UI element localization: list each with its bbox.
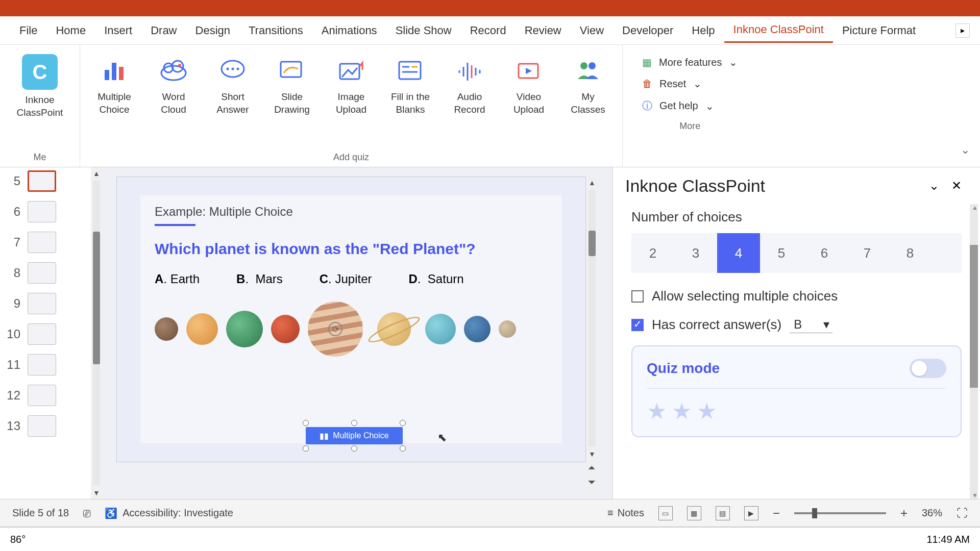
quiz-mode-toggle[interactable] xyxy=(910,359,946,378)
ribbon-collapse-icon[interactable]: ⌄ xyxy=(961,143,970,157)
display-settings-icon[interactable]: ⎚ xyxy=(83,506,90,520)
ribbon-short-answer[interactable]: Short Answer xyxy=(208,50,258,150)
panel-scrollbar[interactable]: ▲ ▼ xyxy=(970,204,978,499)
tab-picture-format[interactable]: Picture Format xyxy=(833,19,925,42)
normal-view-icon[interactable]: ▭ xyxy=(658,506,673,520)
panel-collapse-icon[interactable]: ⌄ xyxy=(923,176,945,196)
slide-scrollbar[interactable]: ▲ ▼ ⏶ ⏷ xyxy=(586,177,598,490)
bar-chart-icon: ▮▮ xyxy=(320,431,329,441)
get-help-button[interactable]: ⓘ Get help ⌄ xyxy=(642,99,738,113)
scroll-thumb[interactable] xyxy=(93,232,100,364)
fit-to-window-icon[interactable]: ⛶ xyxy=(957,507,968,520)
tab-record[interactable]: Record xyxy=(461,19,516,42)
tab-design[interactable]: Design xyxy=(186,19,239,42)
accessibility-button[interactable]: ♿ Accessibility: Investigate xyxy=(105,507,233,519)
thumbnail-13[interactable]: 13 xyxy=(5,415,86,437)
ribbon-my-classes[interactable]: My Classes xyxy=(563,50,613,150)
more-features-button[interactable]: ▦ More features ⌄ xyxy=(642,56,738,68)
selected-object[interactable]: ▮▮ Multiple Choice xyxy=(306,423,403,448)
choice-5[interactable]: 5 xyxy=(760,233,803,273)
scroll-up-icon[interactable]: ▲ xyxy=(972,204,978,211)
scroll-thumb[interactable] xyxy=(589,231,596,256)
zoom-slider-thumb[interactable] xyxy=(812,508,817,518)
star-icon[interactable]: ★ xyxy=(697,398,717,424)
ribbon-audio-record[interactable]: Audio Record xyxy=(445,50,495,150)
notes-button[interactable]: ≡ Notes xyxy=(607,507,644,519)
tab-animations[interactable]: Animations xyxy=(312,19,386,42)
num-choices-selector: 2 3 4 5 6 7 8 xyxy=(631,233,962,273)
thumbnail-12[interactable]: 12 xyxy=(5,385,86,406)
rotate-handle[interactable]: ⟳ xyxy=(328,322,342,336)
resize-handle[interactable] xyxy=(400,420,406,426)
ribbon-multiple-choice[interactable]: Multiple Choice xyxy=(89,50,139,150)
zoom-in-button[interactable]: + xyxy=(900,506,908,520)
tab-home[interactable]: Home xyxy=(46,19,95,42)
checkbox-checked-icon[interactable] xyxy=(631,319,644,331)
tab-insert[interactable]: Insert xyxy=(95,19,141,42)
reset-button[interactable]: 🗑 Reset ⌄ xyxy=(642,78,738,90)
allow-multiple-row[interactable]: Allow selecting multiple choices xyxy=(631,288,962,304)
zoom-slider[interactable] xyxy=(794,512,886,514)
tab-file[interactable]: File xyxy=(10,19,46,42)
scroll-down-icon[interactable]: ▼ xyxy=(586,448,598,460)
clock[interactable]: 11:49 AM xyxy=(926,534,970,545)
thumbnail-6[interactable]: 6 xyxy=(5,201,86,222)
difficulty-stars[interactable]: ★ ★ ★ xyxy=(647,388,946,424)
choice-8[interactable]: 8 xyxy=(889,233,932,273)
ribbon-inknoe-classpoint[interactable]: C Inknoe ClassPoint xyxy=(9,50,70,150)
thumbnail-8[interactable]: 8 xyxy=(5,262,86,284)
tab-draw[interactable]: Draw xyxy=(141,19,186,42)
choice-2[interactable]: 2 xyxy=(631,233,674,273)
star-icon[interactable]: ★ xyxy=(672,398,692,424)
scroll-up-icon[interactable]: ▲ xyxy=(91,167,102,180)
choice-3[interactable]: 3 xyxy=(674,233,717,273)
slide-canvas[interactable]: Example: Multiple Choice Which planet is… xyxy=(116,177,586,462)
ribbon-fill-blanks[interactable]: Fill in the Blanks xyxy=(385,50,435,150)
tab-view[interactable]: View xyxy=(571,19,613,42)
choice-7[interactable]: 7 xyxy=(846,233,889,273)
thumbnail-scrollbar[interactable]: ▲ ▼ xyxy=(91,167,102,499)
tab-transitions[interactable]: Transitions xyxy=(239,19,312,42)
sorter-view-icon[interactable]: ▦ xyxy=(687,506,701,520)
tab-help[interactable]: Help xyxy=(682,19,724,42)
tab-slideshow[interactable]: Slide Show xyxy=(386,19,461,42)
weather-widget[interactable]: 86° xyxy=(10,534,26,545)
resize-handle[interactable] xyxy=(303,445,309,452)
resize-handle[interactable] xyxy=(303,420,309,426)
thumbnail-5[interactable]: 5 xyxy=(5,170,86,192)
ribbon-slide-drawing[interactable]: Slide Drawing xyxy=(267,50,317,150)
prev-slide-icon[interactable]: ⏶ xyxy=(585,460,599,475)
ribbon-video-upload[interactable]: Video Upload xyxy=(504,50,554,150)
panel-close-icon[interactable]: ✕ xyxy=(945,176,968,196)
choice-4[interactable]: 4 xyxy=(717,233,760,273)
next-slide-icon[interactable]: ⏷ xyxy=(585,475,599,490)
reading-view-icon[interactable]: ▤ xyxy=(716,506,730,520)
scroll-up-icon[interactable]: ▲ xyxy=(586,177,598,189)
checkbox-unchecked-icon[interactable] xyxy=(631,290,644,303)
ribbon-expand-icon[interactable]: ▸ xyxy=(955,23,970,38)
scroll-thumb[interactable] xyxy=(970,245,978,388)
ribbon-image-upload[interactable]: Image Upload xyxy=(326,50,376,150)
zoom-level[interactable]: 36% xyxy=(922,507,942,519)
has-correct-row[interactable]: Has correct answer(s) B xyxy=(631,316,962,333)
star-icon[interactable]: ★ xyxy=(647,398,667,424)
slideshow-view-icon[interactable]: ▶ xyxy=(744,506,758,520)
slide-editor[interactable]: Example: Multiple Choice Which planet is… xyxy=(102,167,612,499)
svg-point-6 xyxy=(178,64,181,67)
thumbnail-10[interactable]: 10 xyxy=(5,323,86,345)
zoom-out-button[interactable]: − xyxy=(773,506,780,520)
ribbon-word-cloud[interactable]: Word Cloud xyxy=(149,50,199,150)
scroll-down-icon[interactable]: ▼ xyxy=(972,492,978,499)
correct-answer-select[interactable]: B xyxy=(790,316,832,333)
thumbnail-7[interactable]: 7 xyxy=(5,232,86,253)
choice-6[interactable]: 6 xyxy=(803,233,846,273)
tab-review[interactable]: Review xyxy=(516,19,571,42)
thumbnail-9[interactable]: 9 xyxy=(5,293,86,314)
thumbnail-11[interactable]: 11 xyxy=(5,354,86,375)
resize-handle[interactable] xyxy=(351,420,357,426)
resize-handle[interactable] xyxy=(400,445,406,452)
tab-inknoe-classpoint[interactable]: Inknoe ClassPoint xyxy=(724,18,833,43)
tab-developer[interactable]: Developer xyxy=(613,19,682,42)
scroll-down-icon[interactable]: ▼ xyxy=(91,487,102,499)
resize-handle[interactable] xyxy=(351,445,357,452)
